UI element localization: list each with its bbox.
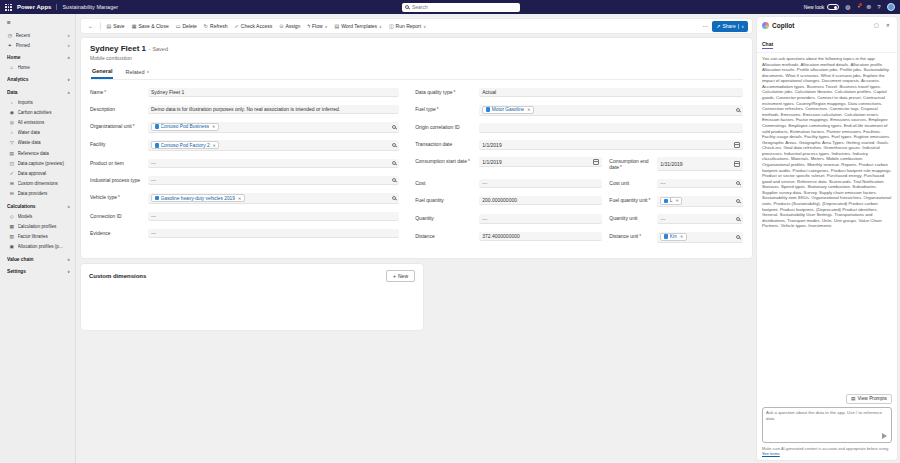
distance-input[interactable]: 372.4000000000 [479,232,602,242]
search-icon[interactable] [392,178,396,182]
remove-chip-icon[interactable]: ✕ [212,124,215,129]
transaction-date-input[interactable]: 1/1/2019 [479,140,743,150]
view-prompts-button[interactable]: ▤ View Prompts [846,394,892,404]
sidebar-item-data-capture[interactable]: ◫ Data capture (preview) [0,158,75,168]
close-panel-icon[interactable]: ✕ [884,21,892,29]
delete-button[interactable]: ▭ Delete [173,21,200,31]
search-icon[interactable] [736,199,740,203]
calendar-icon[interactable] [734,161,740,167]
sidebar-section-home[interactable]: Home ∧ [0,52,75,62]
expand-panel-icon[interactable]: ▢ [872,21,881,29]
run-report-button[interactable]: ◫ Run Report ∨ [386,21,429,31]
facility-chip[interactable]: Contoso Pod Factory 2 ✕ [151,141,219,149]
word-templates-button[interactable]: ▤ Word Templates ∨ [331,21,384,31]
assign-button[interactable]: ⊙ Assign [276,21,303,31]
sidebar-item-allocation-profiles[interactable]: ▣ Allocation profiles (p... [0,242,75,252]
consumption-start-date-input[interactable]: 1/1/2019 [479,157,602,167]
sidebar-section-analytics[interactable]: Analytics ∨ [0,75,75,85]
quantity-input[interactable]: --- [479,214,602,224]
calendar-icon[interactable] [734,142,740,148]
cost-unit-input[interactable]: --- [657,179,743,189]
remove-chip-icon[interactable]: ✕ [680,234,683,239]
search-icon[interactable] [736,108,740,112]
help-icon[interactable]: ? [877,4,880,10]
remove-chip-icon[interactable]: ✕ [213,143,216,148]
sidebar-item-water-data[interactable]: ○ Water data [0,128,75,138]
organizational-unit-chip[interactable]: Contoso Pod Business ✕ [151,123,219,131]
connection-id-input[interactable]: --- [148,212,399,222]
fuel-quantity-input[interactable]: 200.000000000 [479,196,602,206]
sidebar-item-recent[interactable]: ◷ Recent ∨ [0,30,75,40]
distance-unit-input[interactable]: Km ✕ [657,232,743,243]
user-avatar[interactable] [887,3,896,12]
copilot-chat-tab[interactable]: Chat [762,41,773,49]
remove-chip-icon[interactable]: ✕ [238,196,241,201]
search-icon[interactable] [736,217,740,221]
quantity-unit-input[interactable]: --- [657,214,743,224]
search-icon[interactable] [392,143,396,147]
search-icon[interactable] [392,125,396,129]
remove-chip-icon[interactable]: ✕ [676,198,679,203]
sidebar-item-reference-data[interactable]: ▤ Reference data [0,148,75,158]
evidence-input[interactable]: --- [148,229,399,239]
copilot-input-box[interactable] [762,407,892,443]
organizational-unit-input[interactable]: Contoso Pod Business ✕ [148,122,399,133]
calendar-icon[interactable] [593,159,599,165]
notifications-bell-icon[interactable]: ◔ [857,4,861,10]
fuel-quantity-unit-chip[interactable]: L ✕ [660,197,682,205]
sidebar-item-custom-dimensions[interactable]: ⊞ Custom dimensions [0,179,75,189]
sidebar-item-waste-data[interactable]: ▽ Waste data [0,138,75,148]
fuel-type-input[interactable]: Motor Gasoline ✕ [479,105,743,116]
product-or-item-input[interactable]: --- [148,159,399,169]
description-input[interactable]: Demo data is for illustration purposes o… [148,105,399,115]
flow-button[interactable]: ϟ Flow ∨ [304,21,330,31]
check-access-button[interactable]: ✓ Check Access [232,21,276,31]
sidebar-section-data[interactable]: Data ∧ [0,87,75,97]
fuel-type-chip[interactable]: Motor Gasoline ✕ [482,106,534,114]
save-and-close-button[interactable]: ▦ Save & Close [129,21,172,31]
new-look-toggle[interactable] [827,4,839,11]
save-button[interactable]: ▤ Save [104,21,128,31]
see-terms-link[interactable]: See terms [762,451,780,456]
sidebar-item-factor-libraries[interactable]: ▥ Factor libraries [0,232,75,242]
data-quality-type-input[interactable]: Actual [479,88,743,98]
sidebar-section-value-chain[interactable]: Value chain ∨ [0,254,75,264]
sidebar-item-data-providers[interactable]: ⊟ Data providers [0,189,75,199]
sidebar-item-pinned[interactable]: ✦ Pinned ∨ [0,40,75,50]
industrial-process-type-input[interactable]: --- [148,176,399,186]
global-search-input[interactable] [412,4,517,10]
search-icon[interactable] [392,161,396,165]
sidebar-section-calculations[interactable]: Calculations ∧ [0,201,75,211]
settings-gear-icon[interactable]: ⊛ [866,4,871,10]
app-launcher-waffle-icon[interactable] [5,4,12,11]
remove-chip-icon[interactable]: ✕ [527,107,530,112]
send-icon[interactable] [882,433,887,439]
search-icon[interactable] [392,196,396,200]
environment-name[interactable]: Sustainability Manager [56,4,118,10]
sidebar-item-models[interactable]: ◇ Models [0,211,75,221]
distance-unit-chip[interactable]: Km ✕ [660,233,687,241]
sidebar-section-settings[interactable]: Settings ∨ [0,266,75,276]
new-custom-dimension-button[interactable]: + New [386,270,415,282]
search-icon[interactable] [736,235,740,239]
app-brand[interactable]: Power Apps [17,4,51,10]
share-button[interactable]: ↗ Share ∨ [712,21,748,32]
sidebar-item-imports[interactable]: ↓ Imports [0,97,75,107]
sidebar-item-data-approval[interactable]: ✓ Data approval [0,168,75,178]
sidebar-item-all-emissions[interactable]: ◎ All emissions [0,118,75,128]
sidebar-item-home[interactable]: ⌂ Home [0,63,75,73]
consumption-end-date-input[interactable]: 1/31/2019 [657,157,743,171]
cost-input[interactable]: --- [479,179,602,189]
lightbulb-icon[interactable]: ◍ [845,4,850,10]
origin-correlation-id-input[interactable] [479,123,743,133]
tab-general[interactable]: General [91,66,113,79]
back-button[interactable]: ← [85,21,97,31]
more-commands-button[interactable]: ⋯ [700,21,712,31]
vehicle-type-input[interactable]: Gasoline heavy-duty vehicles 2019 ✕ [148,193,399,204]
sidebar-item-carbon-activities[interactable]: ◉ Carbon activities [0,107,75,117]
global-search-box[interactable] [402,3,520,12]
vehicle-type-chip[interactable]: Gasoline heavy-duty vehicles 2019 ✕ [151,194,245,202]
refresh-button[interactable]: ↻ Refresh [201,21,231,31]
name-input[interactable]: Sydney Fleet 1 [148,88,399,98]
sidebar-item-calculation-profiles[interactable]: ▦ Calculation profiles [0,221,75,231]
